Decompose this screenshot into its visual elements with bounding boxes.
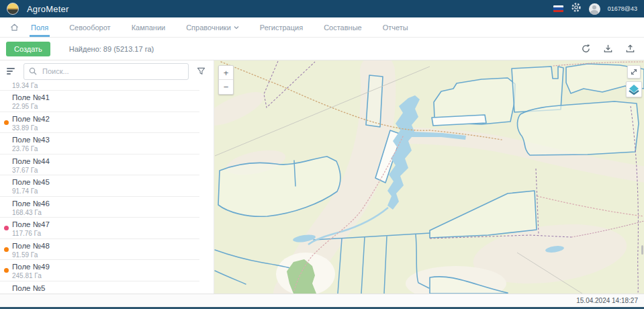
field-list-item[interactable]: Поле №45 91.74 Га (0, 175, 199, 197)
nav-tab[interactable]: Отчеты (381, 17, 410, 37)
field-area: 175.74 Га (12, 294, 199, 294)
app-header: AgroMeter 01678@43 (0, 0, 644, 17)
status-dot (4, 247, 9, 252)
home-icon (10, 23, 19, 32)
field-area: 23.76 Га (12, 145, 199, 152)
field-list-item-partial[interactable]: 19.34 Га (0, 82, 199, 91)
found-count-label: Найдено: 89 (5213.17 га) (69, 45, 154, 53)
field-name: Поле №46 (12, 200, 199, 208)
export-button[interactable] (622, 41, 638, 57)
nav-tab-label: Отчеты (383, 24, 408, 32)
nav-tab[interactable]: Регистрация (259, 17, 304, 37)
field-list-item[interactable]: Поле №46 168.43 Га (0, 197, 199, 218)
field-name: Поле №42 (12, 115, 199, 123)
nav-tab[interactable]: Кампании (130, 17, 167, 37)
agrometer-app: AgroMeter 01678@43 Поля Севооборот Кампа… (0, 0, 644, 309)
field-list-item[interactable]: Поле №41 22.95 Га (0, 91, 199, 112)
nav-tab-label: Поля (31, 24, 48, 32)
field-area: 168.43 Га (12, 209, 199, 216)
search-icon (29, 67, 37, 75)
main-nav: Поля Севооборот Кампании Справочники Рег… (0, 17, 644, 38)
create-button[interactable]: Создать (6, 42, 50, 56)
timestamp: 15.04.2024 14:18:27 (576, 297, 638, 304)
russia-flag-icon[interactable] (553, 5, 563, 12)
field-name: Поле №48 (12, 242, 199, 250)
field-list-item[interactable]: Поле №49 245.81 Га (0, 260, 199, 281)
nav-tab-label: Составные (324, 24, 362, 32)
fullscreen-button[interactable] (627, 65, 641, 79)
status-dot (4, 268, 9, 273)
field-list-item[interactable]: Поле №48 91.59 Га (0, 239, 199, 261)
download-icon (603, 44, 613, 54)
nav-tab-label: Севооборот (69, 24, 110, 32)
nav-tabs: Поля Севооборот Кампании Справочники Рег… (30, 17, 410, 37)
gear-icon[interactable] (571, 2, 582, 15)
map-container[interactable]: + − (214, 60, 644, 294)
upload-icon (625, 44, 635, 54)
sort-button[interactable] (5, 64, 19, 79)
refresh-icon (581, 44, 591, 54)
field-area: 37.67 Га (12, 167, 199, 174)
field-area: 245.81 Га (12, 272, 199, 279)
layers-icon (627, 83, 641, 95)
field-list-item[interactable]: Поле №43 23.76 Га (0, 133, 199, 154)
funnel-icon (197, 67, 205, 75)
app-title: AgroMeter (27, 4, 69, 14)
chevron-down-icon (234, 26, 239, 30)
nav-tab-label: Регистрация (260, 24, 303, 32)
layers-button[interactable] (626, 81, 642, 97)
status-dot (4, 226, 9, 230)
nav-tab[interactable]: Составные (322, 17, 363, 37)
app-logo-icon (7, 3, 19, 15)
field-name: Поле №44 (12, 157, 199, 165)
nav-tab-label: Кампании (132, 24, 166, 32)
status-bar: 15.04.2024 14:18:27 (0, 294, 644, 307)
field-area: 33.89 Га (12, 124, 199, 132)
field-name: Поле №5 (12, 284, 199, 292)
search-input[interactable] (24, 63, 189, 80)
nav-tab[interactable]: Севооборот (68, 17, 111, 37)
field-name: Поле №49 (12, 263, 199, 271)
field-list-panel: 19.34 Га Поле №41 22.95 Га Поле №42 33.8… (0, 60, 214, 294)
nav-tab[interactable]: Справочники (185, 17, 240, 37)
filter-button[interactable] (193, 64, 209, 79)
field-name: Поле №47 (12, 220, 199, 228)
field-name: Поле №43 (12, 136, 199, 144)
status-dot (4, 120, 9, 125)
map-canvas[interactable] (214, 60, 644, 294)
field-area: 91.59 Га (12, 251, 199, 259)
field-name: Поле №41 (12, 93, 199, 101)
toolbar: Создать Найдено: 89 (5213.17 га) (0, 38, 644, 60)
field-list-item[interactable]: Поле №47 117.76 Га (0, 218, 199, 239)
field-list-item[interactable]: Поле №44 37.67 Га (0, 154, 199, 176)
field-list: 19.34 Га Поле №41 22.95 Га Поле №42 33.8… (0, 82, 199, 294)
field-area: 91.74 Га (12, 187, 199, 195)
import-button[interactable] (600, 41, 616, 57)
user-avatar[interactable] (589, 3, 600, 15)
refresh-button[interactable] (578, 41, 594, 57)
field-name: Поле №45 (12, 178, 199, 186)
home-button[interactable] (5, 17, 23, 37)
field-area: 22.95 Га (12, 103, 199, 110)
nav-tab[interactable]: Поля (30, 17, 50, 37)
expand-icon (630, 68, 638, 76)
map-zoom-control: + − (218, 65, 234, 95)
user-id: 01678@43 (608, 5, 637, 12)
zoom-in-button[interactable]: + (219, 66, 233, 80)
zoom-out-button[interactable]: − (219, 80, 233, 94)
field-list-item[interactable]: Поле №5 175.74 Га (0, 281, 199, 294)
field-area: 117.76 Га (12, 230, 199, 237)
nav-tab-label: Справочники (186, 24, 231, 32)
map-scrollbar-thumb[interactable] (641, 245, 643, 255)
field-list-item[interactable]: Поле №42 33.89 Га (0, 112, 199, 134)
